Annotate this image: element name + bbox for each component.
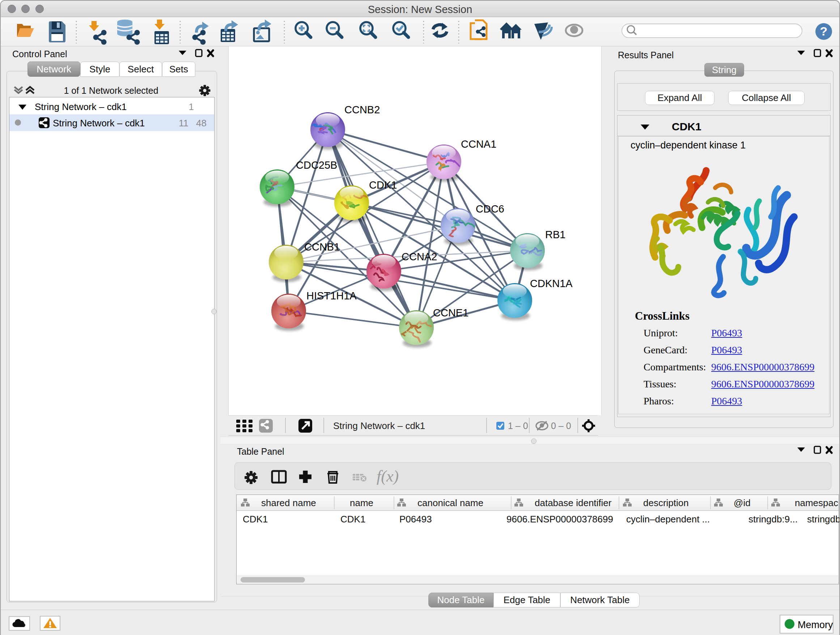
svg-text:1 – 0: 1 – 0 — [508, 421, 528, 431]
svg-text:CDK1: CDK1 — [369, 179, 397, 191]
svg-text:CDC25B: CDC25B — [296, 159, 337, 171]
svg-text:namespace: namespace — [795, 497, 838, 508]
svg-text:CCNA2: CCNA2 — [401, 251, 437, 263]
svg-text:HIST1H1A: HIST1H1A — [306, 290, 357, 302]
svg-text:CCNB2: CCNB2 — [344, 104, 380, 116]
svg-text:@id: @id — [734, 497, 751, 508]
svg-text:CCNB1: CCNB1 — [304, 241, 340, 253]
svg-text:CDC6: CDC6 — [476, 203, 504, 215]
svg-text:CDKN1A: CDKN1A — [530, 278, 573, 289]
svg-text:?: ? — [820, 24, 828, 38]
svg-text:name: name — [350, 497, 373, 508]
svg-text:canonical name: canonical name — [417, 497, 483, 508]
svg-text:CCNA1: CCNA1 — [461, 138, 496, 150]
svg-text:CCNE1: CCNE1 — [433, 307, 469, 318]
svg-text:RB1: RB1 — [545, 229, 565, 241]
svg-text:database identifier: database identifier — [535, 497, 612, 508]
svg-text:0 – 0: 0 – 0 — [551, 421, 571, 431]
svg-text:String Network – cdk1: String Network – cdk1 — [333, 420, 425, 431]
svg-text:shared name: shared name — [261, 497, 316, 508]
svg-text:f(x): f(x) — [377, 467, 399, 485]
svg-text:description: description — [643, 497, 689, 508]
